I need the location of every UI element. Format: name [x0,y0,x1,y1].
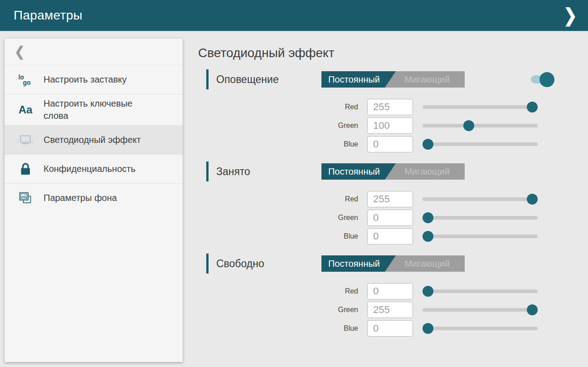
led-section: Занято Мигающий Постоянный Red [198,162,554,245]
rgb-rows: Red Green Blue [198,99,554,152]
sidebar-item-background[interactable]: Параметры фона [5,183,183,212]
red-label: Red [322,287,358,295]
slider-knob[interactable] [423,231,433,242]
switch-knob[interactable] [539,72,554,87]
slider-knob[interactable] [463,120,474,131]
slider-knob[interactable] [527,102,538,113]
sidebar-item-label: Настроить ключевые слова [44,98,152,122]
rgb-row-green: Green [322,117,554,134]
rgb-row-blue: Blue [322,136,554,152]
rgb-rows: Red Green Blue [198,283,554,337]
forward-chevron-icon[interactable]: ❯ [564,6,577,24]
green-label: Green [322,306,358,314]
mode-blinking-button[interactable]: Мигающий [389,255,465,272]
red-input[interactable] [367,283,413,299]
section-head: Занято Мигающий Постоянный [198,162,554,181]
red-slider[interactable] [423,99,538,115]
sidebar-item-screensaver[interactable]: lo go Настроить заставку [5,65,183,94]
rgb-row-green: Green [322,302,554,318]
green-input[interactable] [367,117,413,134]
slider-track [423,289,538,293]
section-label: Занято [216,166,250,178]
slider-track [423,308,538,312]
slider-knob[interactable] [527,194,538,205]
mode-blinking-button[interactable]: Мигающий [389,71,465,88]
red-input[interactable] [367,191,413,207]
green-slider[interactable] [423,117,538,134]
sidebar-item-label: Настроить заставку [44,73,126,86]
slider-track [423,197,538,201]
logo-icon: lo go [16,74,34,85]
blue-slider[interactable] [423,136,538,152]
mode-blinking-label: Мигающий [404,74,450,85]
led-effect-panel: Светодиодный эффект Оповещение Мигающий … [198,31,554,347]
mode-constant-button[interactable]: Постоянный [321,71,396,88]
rgb-row-blue: Blue [322,228,554,245]
blue-label: Blue [322,140,358,148]
rgb-row-green: Green [322,210,554,226]
slider-track [423,235,538,238]
green-input[interactable] [367,210,413,226]
app-header: Параметры ❯ [0,0,588,31]
blue-slider[interactable] [423,228,538,245]
blue-slider[interactable] [423,320,538,337]
sidebar-item-led-effect[interactable]: Светодиодный эффект [5,125,183,154]
mode-constant-label: Постоянный [328,74,380,85]
slider-knob[interactable] [423,323,433,334]
green-slider[interactable] [423,302,538,318]
mode-blinking-label: Мигающий [404,259,450,269]
sidebar-item-keywords[interactable]: Aa Настроить ключевые слова [5,94,183,125]
blue-input[interactable] [367,228,413,245]
green-label: Green [322,122,358,130]
mode-toggle: Мигающий Постоянный [321,255,465,272]
slider-track [423,105,538,109]
red-input[interactable] [367,99,413,115]
aa-text-icon: Aa [16,103,34,116]
blue-input[interactable] [367,136,413,152]
red-slider[interactable] [423,191,538,207]
blue-input[interactable] [367,320,413,337]
sidebar-item-label: Светодиодный эффект [44,134,141,146]
green-input[interactable] [367,302,413,318]
lock-icon [16,162,34,176]
sidebar-item-label: Параметры фона [44,192,117,204]
slider-track [423,216,538,220]
slider-track [423,142,538,146]
settings-sidebar: ❮ lo go Настроить заставку Aa Настроить … [5,39,183,362]
section-title: Оповещение [198,69,321,89]
slider-knob[interactable] [527,304,538,315]
rgb-row-red: Red [322,99,554,115]
section-title: Свободно [198,254,321,274]
slider-track [423,124,538,127]
section-label: Оповещение [216,73,279,86]
enabled-switch[interactable] [531,69,554,89]
blue-label: Blue [322,232,358,240]
page-header-title: Параметры [14,8,83,23]
green-slider[interactable] [423,210,538,226]
accent-bar [206,254,209,274]
rgb-row-blue: Blue [322,320,554,337]
mode-constant-button[interactable]: Постоянный [321,163,396,180]
red-slider[interactable] [423,283,538,299]
section-title: Занято [198,161,321,181]
rgb-row-red: Red [322,283,554,299]
monitor-led-icon [16,133,34,147]
red-label: Red [322,103,358,111]
sidebar-item-label: Конфиденциальность [44,163,136,175]
rgb-row-red: Red [322,191,554,207]
slider-knob[interactable] [423,139,433,150]
section-head: Свободно Мигающий Постоянный [198,254,554,273]
mode-toggle: Мигающий Постоянный [321,163,465,180]
mode-blinking-button[interactable]: Мигающий [389,163,465,180]
sidebar-item-privacy[interactable]: Конфиденциальность [5,154,183,183]
mode-constant-button[interactable]: Постоянный [321,255,396,272]
slider-knob[interactable] [423,212,433,223]
mode-blinking-label: Мигающий [404,166,450,177]
slider-knob[interactable] [423,286,433,297]
section-label: Свободно [216,258,264,270]
back-chevron-icon: ❮ [15,44,25,59]
sidebar-back-button[interactable]: ❮ [5,39,183,65]
green-label: Green [322,214,358,222]
section-head: Оповещение Мигающий Постоянный [198,70,554,88]
rgb-rows: Red Green Blue [198,191,554,245]
